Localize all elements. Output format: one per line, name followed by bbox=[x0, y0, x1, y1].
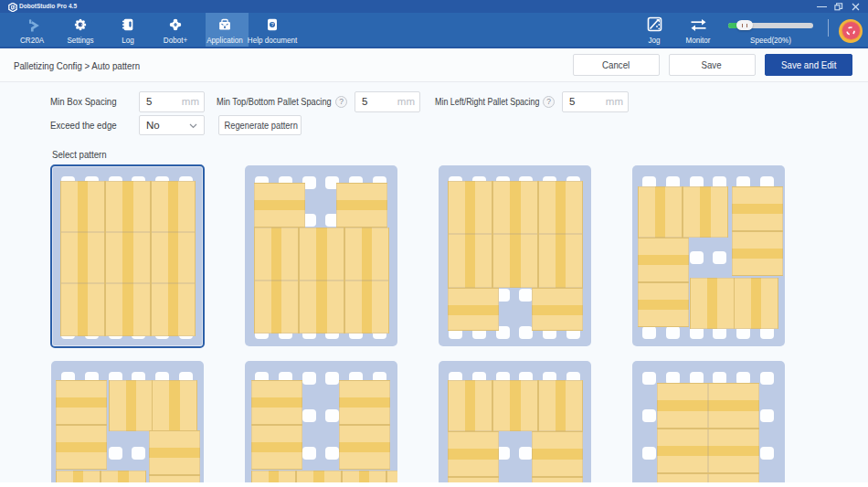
svg-text:?: ? bbox=[270, 22, 273, 27]
